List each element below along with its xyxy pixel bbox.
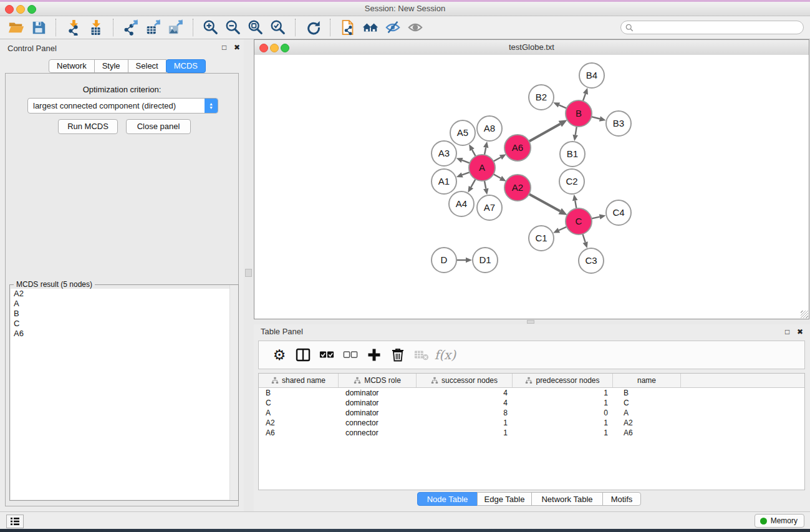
search-input[interactable]	[636, 22, 803, 32]
column-header-successor-nodes[interactable]: successor nodes	[417, 374, 513, 387]
refresh-icon[interactable]	[302, 18, 324, 37]
memory-button[interactable]: Memory	[755, 514, 804, 528]
search-box[interactable]	[620, 21, 804, 34]
control-panel-tabs: NetworkStyleSelectMCDS	[49, 59, 205, 73]
column-header-MCDS-role[interactable]: MCDS role	[339, 374, 417, 387]
splitter-grip[interactable]	[245, 269, 252, 277]
task-history-button[interactable]	[6, 515, 24, 528]
table-row[interactable]: Bdominator41B	[259, 388, 804, 398]
optimization-select[interactable]: largest connected component (directed) ▲…	[27, 98, 218, 114]
home-icon[interactable]	[359, 18, 382, 37]
mcds-result-box: MCDS result (5 nodes) A2ABCA6	[9, 284, 239, 501]
hide-details-icon[interactable]	[382, 18, 404, 37]
run-mcds-button[interactable]: Run MCDS	[58, 119, 118, 134]
splitter-horizontal[interactable]	[254, 319, 810, 324]
graph-node-label: C4	[612, 207, 624, 218]
export-image-icon[interactable]	[165, 18, 187, 37]
splitter-grip[interactable]	[527, 320, 534, 324]
table-cell: C	[259, 399, 339, 407]
tab-select[interactable]: Select	[128, 59, 166, 73]
attribute-icon	[431, 377, 438, 384]
zoom-selected-icon[interactable]	[267, 18, 289, 37]
table-cell: dominator	[339, 409, 417, 417]
zoom-fit-icon[interactable]	[244, 18, 267, 37]
table-cell: B	[613, 389, 681, 397]
table-tabs: Node TableEdge TableNetwork TableMotifs	[417, 492, 640, 506]
graph-edge-A6-B[interactable]	[528, 124, 561, 143]
tab-edge-table[interactable]: Edge Table	[477, 492, 532, 506]
close-panel-icon[interactable]: ✖	[797, 327, 803, 336]
graph-node-label: A4	[456, 198, 467, 209]
column-header-name[interactable]: name	[613, 374, 681, 387]
table-toolbar: ⚙f(x)	[258, 341, 805, 369]
import-network-icon[interactable]	[62, 18, 85, 37]
mcds-result-item[interactable]: B	[11, 309, 238, 319]
deselect-all-icon[interactable]	[339, 344, 362, 365]
mcds-result-item[interactable]: A	[11, 299, 238, 309]
add-column-icon[interactable]	[362, 344, 386, 365]
float-panel-icon[interactable]: □	[785, 327, 789, 336]
graph-edge-A2-C[interactable]	[528, 193, 560, 211]
delete-column-icon[interactable]	[386, 344, 410, 365]
network-document-icon[interactable]	[337, 18, 359, 37]
split-panel-icon[interactable]	[291, 344, 315, 365]
table-cell: dominator	[339, 399, 417, 407]
zoom-in-icon[interactable]	[200, 18, 222, 37]
desktop-strip	[0, 529, 810, 532]
save-session-icon[interactable]	[27, 18, 50, 37]
column-header-shared-name[interactable]: shared name	[259, 374, 339, 387]
graph-node-label: A8	[484, 123, 495, 133]
tab-node-table[interactable]: Node Table	[417, 492, 478, 506]
tab-style[interactable]: Style	[94, 59, 128, 73]
tab-mcds[interactable]: MCDS	[166, 59, 206, 73]
float-panel-icon[interactable]: □	[222, 43, 226, 52]
graph-node-label: B2	[536, 92, 547, 102]
select-all-icon[interactable]	[315, 344, 339, 365]
import-table-icon[interactable]	[85, 18, 107, 37]
table-cell: connector	[339, 418, 417, 427]
arrowhead-icon	[599, 214, 606, 219]
graph-node-label: A2	[512, 182, 523, 193]
table-row[interactable]: Cdominator41C	[259, 398, 804, 408]
column-header-predecessor-nodes[interactable]: predecessor nodes	[513, 374, 613, 387]
export-network-icon[interactable]	[120, 18, 142, 37]
toolbar-separator	[193, 19, 194, 36]
network-window-titlebar: testGlobe.txt	[254, 40, 809, 56]
graph-node-label: A7	[484, 202, 495, 213]
tab-motifs[interactable]: Motifs	[602, 492, 641, 506]
mcds-result-list[interactable]: A2ABCA6	[11, 289, 238, 500]
zoom-out-icon[interactable]	[222, 18, 244, 37]
export-table-icon[interactable]	[142, 18, 165, 37]
close-panel-button[interactable]: Close panel	[126, 119, 191, 134]
toolbar-separator	[113, 19, 114, 36]
search-icon	[625, 24, 634, 32]
open-session-icon[interactable]	[5, 18, 27, 37]
table-row[interactable]: Adominator80A	[259, 408, 804, 418]
table-header-row: shared nameMCDS rolesuccessor nodesprede…	[259, 374, 804, 388]
graph-node-label: D	[441, 254, 448, 265]
resize-grip[interactable]	[801, 311, 808, 318]
mcds-result-item[interactable]: C	[11, 319, 238, 329]
tab-network[interactable]: Network	[49, 59, 95, 73]
main-titlebar: Session: New Session	[0, 2, 810, 16]
arrowhead-icon	[456, 158, 463, 163]
mcds-result-item[interactable]: A2	[11, 289, 238, 299]
close-panel-icon[interactable]: ✖	[234, 43, 240, 52]
graph-node-label: A	[479, 162, 485, 173]
splitter-vertical[interactable]	[244, 39, 254, 511]
delete-table-icon[interactable]	[410, 344, 433, 365]
table-cell: 1	[513, 418, 613, 427]
network-canvas[interactable]: B4B2BB3A5A8A6A3B1AA1C2A2A4A7C4CC1DD1C3	[254, 55, 809, 319]
scrollbar[interactable]	[229, 285, 238, 500]
show-eye-icon[interactable]	[404, 18, 427, 37]
mcds-result-item[interactable]: A6	[11, 329, 238, 339]
arrowhead-icon	[583, 88, 588, 95]
table-panel: Table Panel □ ✖ ⚙f(x) shared nameMCDS ro…	[254, 324, 810, 511]
settings-gear-icon[interactable]: ⚙	[268, 344, 291, 365]
table-row[interactable]: A2connector11A2	[259, 418, 804, 428]
attribute-icon	[525, 377, 533, 384]
table-row[interactable]: A6connector11A6	[259, 428, 804, 438]
tab-network-table[interactable]: Network Table	[531, 492, 603, 506]
function-builder-icon[interactable]: f(x)	[433, 344, 457, 365]
list-icon	[10, 517, 20, 526]
